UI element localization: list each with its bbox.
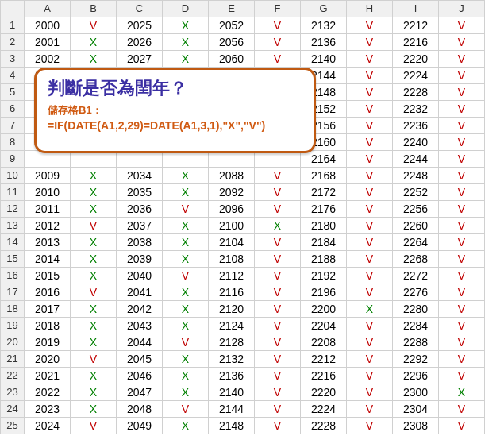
cell-H16[interactable]: V	[347, 268, 393, 284]
cell-A12[interactable]: 2011	[25, 201, 71, 218]
row-header-5[interactable]: 5	[1, 84, 25, 101]
cell-G13[interactable]: 2180	[301, 218, 347, 234]
cell-C20[interactable]: 2044	[117, 334, 163, 351]
cell-J9[interactable]: V	[439, 151, 485, 168]
cell-I7[interactable]: 2236	[393, 118, 439, 134]
cell-I3[interactable]: 2220	[393, 51, 439, 68]
cell-E25[interactable]: 2148	[209, 418, 255, 434]
cell-D23[interactable]: X	[163, 384, 209, 401]
cell-C11[interactable]: 2035	[117, 184, 163, 201]
column-header-C[interactable]: C	[117, 1, 163, 17]
cell-A24[interactable]: 2023	[25, 401, 71, 418]
cell-D13[interactable]: X	[163, 218, 209, 234]
cell-I1[interactable]: 2212	[393, 17, 439, 34]
row-header-1[interactable]: 1	[1, 17, 25, 34]
row-header-20[interactable]: 20	[1, 334, 25, 351]
cell-A15[interactable]: 2014	[25, 251, 71, 268]
cell-C13[interactable]: 2037	[117, 218, 163, 234]
cell-H1[interactable]: V	[347, 17, 393, 34]
cell-A20[interactable]: 2019	[25, 334, 71, 351]
cell-A10[interactable]: 2009	[25, 168, 71, 184]
cell-A21[interactable]: 2020	[25, 351, 71, 368]
cell-E1[interactable]: 2052	[209, 17, 255, 34]
cell-G11[interactable]: 2172	[301, 184, 347, 201]
cell-F24[interactable]: V	[255, 401, 301, 418]
cell-G9[interactable]: 2164	[301, 151, 347, 168]
cell-F21[interactable]: V	[255, 351, 301, 368]
cell-B21[interactable]: V	[71, 351, 117, 368]
cell-E16[interactable]: 2112	[209, 268, 255, 284]
cell-C17[interactable]: 2041	[117, 284, 163, 301]
row-header-11[interactable]: 11	[1, 184, 25, 201]
cell-A17[interactable]: 2016	[25, 284, 71, 301]
cell-G22[interactable]: 2216	[301, 368, 347, 384]
cell-H4[interactable]: V	[347, 68, 393, 84]
cell-G12[interactable]: 2176	[301, 201, 347, 218]
cell-F18[interactable]: V	[255, 301, 301, 318]
cell-E3[interactable]: 2060	[209, 51, 255, 68]
cell-F12[interactable]: V	[255, 201, 301, 218]
cell-I14[interactable]: 2264	[393, 234, 439, 251]
cell-I5[interactable]: 2228	[393, 84, 439, 101]
cell-B17[interactable]: V	[71, 284, 117, 301]
cell-D18[interactable]: X	[163, 301, 209, 318]
row-header-14[interactable]: 14	[1, 234, 25, 251]
cell-D22[interactable]: X	[163, 368, 209, 384]
column-header-G[interactable]: G	[301, 1, 347, 17]
cell-H25[interactable]: V	[347, 418, 393, 434]
row-header-18[interactable]: 18	[1, 301, 25, 318]
cell-A14[interactable]: 2013	[25, 234, 71, 251]
cell-B10[interactable]: X	[71, 168, 117, 184]
cell-J5[interactable]: V	[439, 84, 485, 101]
cell-F13[interactable]: X	[255, 218, 301, 234]
cell-J24[interactable]: V	[439, 401, 485, 418]
cell-A19[interactable]: 2018	[25, 318, 71, 334]
cell-A11[interactable]: 2010	[25, 184, 71, 201]
cell-H19[interactable]: V	[347, 318, 393, 334]
cell-I11[interactable]: 2252	[393, 184, 439, 201]
cell-B15[interactable]: X	[71, 251, 117, 268]
cell-G18[interactable]: 2200	[301, 301, 347, 318]
cell-J16[interactable]: V	[439, 268, 485, 284]
corner-cell[interactable]	[1, 1, 25, 17]
cell-I23[interactable]: 2300	[393, 384, 439, 401]
cell-I18[interactable]: 2280	[393, 301, 439, 318]
cell-C24[interactable]: 2048	[117, 401, 163, 418]
cell-A2[interactable]: 2001	[25, 34, 71, 51]
cell-G20[interactable]: 2208	[301, 334, 347, 351]
cell-E21[interactable]: 2132	[209, 351, 255, 368]
cell-J11[interactable]: V	[439, 184, 485, 201]
cell-G2[interactable]: 2136	[301, 34, 347, 51]
cell-F15[interactable]: V	[255, 251, 301, 268]
cell-J2[interactable]: V	[439, 34, 485, 51]
cell-E22[interactable]: 2136	[209, 368, 255, 384]
row-header-16[interactable]: 16	[1, 268, 25, 284]
cell-F16[interactable]: V	[255, 268, 301, 284]
cell-J13[interactable]: V	[439, 218, 485, 234]
cell-J8[interactable]: V	[439, 134, 485, 151]
cell-C21[interactable]: 2045	[117, 351, 163, 368]
cell-E23[interactable]: 2140	[209, 384, 255, 401]
cell-I4[interactable]: 2224	[393, 68, 439, 84]
cell-H5[interactable]: V	[347, 84, 393, 101]
cell-H11[interactable]: V	[347, 184, 393, 201]
row-header-22[interactable]: 22	[1, 368, 25, 384]
cell-C14[interactable]: 2038	[117, 234, 163, 251]
cell-A16[interactable]: 2015	[25, 268, 71, 284]
cell-C19[interactable]: 2043	[117, 318, 163, 334]
cell-D17[interactable]: X	[163, 284, 209, 301]
cell-H3[interactable]: V	[347, 51, 393, 68]
row-header-24[interactable]: 24	[1, 401, 25, 418]
cell-G17[interactable]: 2196	[301, 284, 347, 301]
cell-J19[interactable]: V	[439, 318, 485, 334]
cell-I2[interactable]: 2216	[393, 34, 439, 51]
cell-I9[interactable]: 2244	[393, 151, 439, 168]
cell-G3[interactable]: 2140	[301, 51, 347, 68]
cell-E20[interactable]: 2128	[209, 334, 255, 351]
cell-I22[interactable]: 2296	[393, 368, 439, 384]
cell-B24[interactable]: X	[71, 401, 117, 418]
cell-D11[interactable]: X	[163, 184, 209, 201]
cell-B1[interactable]: V	[71, 17, 117, 34]
cell-C16[interactable]: 2040	[117, 268, 163, 284]
cell-B22[interactable]: X	[71, 368, 117, 384]
